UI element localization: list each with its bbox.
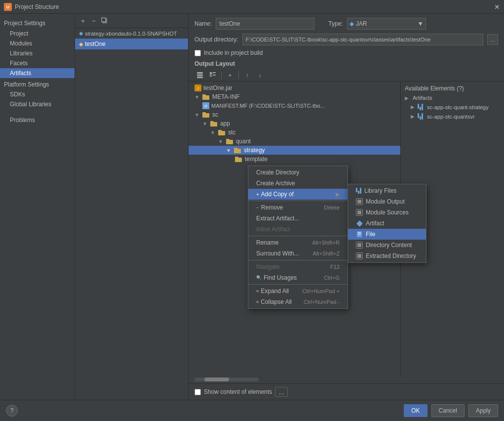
close-icon[interactable]: ✕ xyxy=(494,3,500,11)
sidebar: Project Settings Project Modules Librari… xyxy=(0,14,75,400)
submenu-library-files-label: Library Files xyxy=(364,187,396,194)
svg-rect-2 xyxy=(197,72,203,74)
layout-down-btn[interactable]: ↓ xyxy=(255,70,266,80)
sidebar-item-modules[interactable]: Modules xyxy=(0,39,75,48)
sidebar-item-libraries[interactable]: Libraries xyxy=(0,48,75,58)
dialog-buttons: ? OK Cancel Apply xyxy=(0,400,504,421)
sidebar-item-global-libraries[interactable]: Global Libraries xyxy=(0,99,75,109)
layout-list-btn[interactable] xyxy=(194,70,205,80)
type-label: Type: xyxy=(328,20,343,27)
ctx-rename-shortcut: Alt+Shift+R xyxy=(312,240,340,246)
ctx-navigate-label: Navigate xyxy=(256,263,279,270)
sidebar-item-project[interactable]: Project xyxy=(0,29,75,39)
project-list-toolbar: + − xyxy=(75,14,188,28)
ctx-create-dir-label: Create Directory xyxy=(256,169,299,176)
horizontal-scrollbar-thumb[interactable] xyxy=(204,378,229,381)
remove-artifact-btn[interactable]: − xyxy=(89,16,99,26)
svg-rect-1 xyxy=(102,18,106,22)
ctx-remove[interactable]: − Remove Delete xyxy=(248,202,348,213)
submenu-module-sources-label: Module Sources xyxy=(366,209,409,216)
horizontal-scrollbar-track[interactable] xyxy=(194,378,259,381)
submenu-artifact-label: Artifact xyxy=(366,220,384,227)
apply-button[interactable]: Apply xyxy=(468,404,498,417)
sidebar-item-problems[interactable]: Problems xyxy=(0,115,75,125)
ctx-sep4 xyxy=(248,284,348,285)
ctx-collapse-shortcut: Ctrl+NumPad - xyxy=(304,299,340,305)
available-artifacts[interactable]: ▶ Artifacts xyxy=(401,93,504,102)
more-options-btn[interactable]: ... xyxy=(275,387,288,397)
title-bar: U Project Structure ✕ xyxy=(0,0,504,14)
tree-item-sc[interactable]: ▼ sc xyxy=(189,110,400,119)
ctx-remove-label: Remove xyxy=(261,204,283,211)
submenu-module-output[interactable]: Module Output xyxy=(348,196,426,207)
submenu-module-sources[interactable]: Module Sources xyxy=(348,207,426,218)
ctx-rename[interactable]: Rename Alt+Shift+R xyxy=(248,237,348,248)
ctx-expand-label: Expand All xyxy=(261,288,289,295)
ctx-sep3 xyxy=(248,260,348,260)
name-input[interactable] xyxy=(216,18,314,30)
submenu: Library Files Module Output xyxy=(348,184,426,263)
sidebar-item-facets[interactable]: Facets xyxy=(0,58,75,68)
ctx-create-dir[interactable]: Create Directory xyxy=(248,167,348,178)
submenu-file[interactable]: File xyxy=(348,229,426,240)
tree-item-strategy[interactable]: ▼ strategy xyxy=(189,146,400,155)
tree-item-template[interactable]: template xyxy=(189,155,400,164)
tree-item-metainf[interactable]: ▼ META-INF xyxy=(189,92,400,101)
show-content-checkbox[interactable] xyxy=(194,389,201,395)
output-layout-label: Output Layout xyxy=(189,59,504,69)
cancel-button[interactable]: Cancel xyxy=(431,404,465,417)
tree-item-jar[interactable]: J testOne.jar xyxy=(189,84,400,92)
sidebar-item-sdks[interactable]: SDKs xyxy=(0,89,75,99)
available-quantsvr[interactable]: ▶ sc-app-stc-quantsvr xyxy=(401,112,504,121)
help-btn[interactable]: ? xyxy=(6,405,18,417)
ctx-expand-all[interactable]: ≡ Expand All Ctrl+NumPad + xyxy=(248,286,348,296)
output-toolbar: + ↑ ↓ xyxy=(189,69,504,82)
manifest-icon: M xyxy=(202,102,209,109)
include-build-label: Include in project build xyxy=(204,49,263,56)
ctx-add-copy-arrow: ▶ xyxy=(336,191,340,198)
submenu-extracted-directory[interactable]: Extracted Directory xyxy=(348,251,426,261)
ctx-add-copy-of[interactable]: + Add Copy of ▶ xyxy=(248,189,348,200)
bottom-bar: Show content of elements ... xyxy=(189,383,504,400)
jar-icon: J xyxy=(194,84,201,91)
copy-artifact-btn[interactable] xyxy=(100,16,110,26)
tree-item-quant[interactable]: ▼ quant xyxy=(189,137,400,146)
available-quant-strategy[interactable]: ▶ sc-app-stc-quant-strategy xyxy=(401,102,504,112)
ctx-find-usages[interactable]: 🔍 Find Usages Ctrl+G xyxy=(248,272,348,283)
tree-item-stc[interactable]: ▼ stc xyxy=(189,128,400,137)
tree-item-app[interactable]: ▼ app xyxy=(189,119,400,128)
sidebar-item-artifacts[interactable]: Artifacts xyxy=(0,68,75,78)
ctx-inline-label: Inline Artifact xyxy=(256,226,290,233)
ctx-collapse-all[interactable]: ≡ Collapse All Ctrl+NumPad - xyxy=(248,296,348,307)
project-item-strategy[interactable]: ◆ strategy-xbondauto-0.1.0-SNAPSHOT xyxy=(75,28,188,39)
main-area: Name: Type: ◆ JAR ▼ Output directory: … xyxy=(189,14,504,400)
submenu-directory-content[interactable]: Directory Content xyxy=(348,240,426,251)
submenu-directory-content-label: Directory Content xyxy=(366,242,412,249)
type-select[interactable]: ◆ JAR ▼ xyxy=(347,18,426,30)
add-artifact-btn[interactable]: + xyxy=(78,16,88,26)
include-build-checkbox[interactable] xyxy=(194,50,201,56)
ctx-navigate-shortcut: F12 xyxy=(330,264,340,270)
ctx-extract-artifact[interactable]: Extract Artifact... xyxy=(248,213,348,224)
tree-item-manifest[interactable]: M MANIFEST.MF (F:\CODE\STC-SLIT\STC-tbo.… xyxy=(189,101,400,110)
arrow-metainf: ▼ xyxy=(194,94,199,100)
submenu-artifact[interactable]: Artifact xyxy=(348,218,426,229)
platform-settings-label: Platform Settings xyxy=(0,78,75,89)
browse-btn[interactable]: … xyxy=(487,34,498,45)
ctx-create-archive-label: Create Archive xyxy=(256,180,295,187)
ctx-add-copy-label: Add Copy of xyxy=(261,191,294,198)
ctx-create-archive[interactable]: Create Archive xyxy=(248,178,348,189)
toolbar-sep2 xyxy=(238,71,239,79)
layout-add-btn[interactable]: + xyxy=(225,70,235,80)
svg-rect-8 xyxy=(210,75,212,77)
project-item-testone[interactable]: ◆ testOne xyxy=(75,39,188,49)
layout-up-btn[interactable]: ↑ xyxy=(242,70,253,80)
submenu-file-label: File xyxy=(366,231,375,238)
output-dir-input[interactable] xyxy=(242,34,483,45)
ok-button[interactable]: OK xyxy=(404,404,427,417)
submenu-library-files[interactable]: Library Files xyxy=(348,185,426,196)
project-list: + − ◆ strategy-xbondauto-0.1.0-SNAPSHOT … xyxy=(75,14,189,400)
layout-tree-btn[interactable] xyxy=(207,70,218,80)
ctx-surround-with[interactable]: Surround With... Alt+Shift+Z xyxy=(248,248,348,259)
ctx-remove-shortcut: Delete xyxy=(324,205,340,210)
